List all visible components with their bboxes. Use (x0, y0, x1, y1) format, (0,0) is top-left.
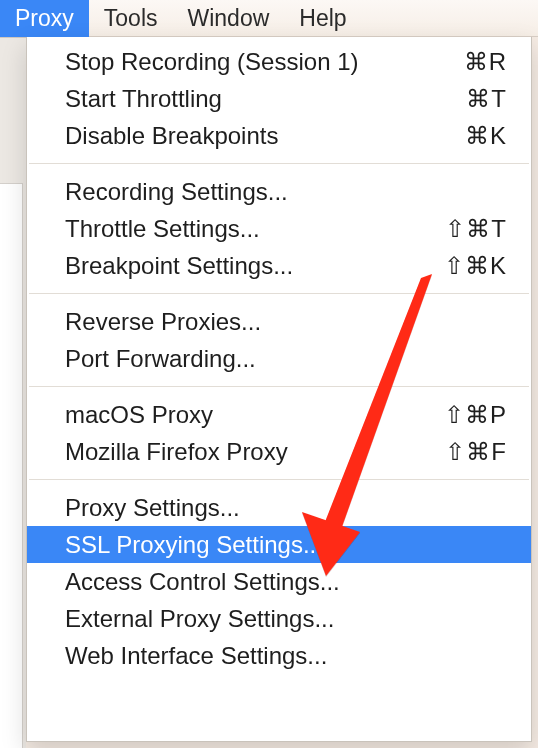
menu-item-macos-proxy[interactable]: macOS Proxy ⇧⌘P (27, 396, 531, 433)
menu-item-label: Recording Settings... (65, 178, 495, 206)
menu-item-label: Web Interface Settings... (65, 642, 495, 670)
proxy-menu: Stop Recording (Session 1) ⌘R Start Thro… (26, 37, 532, 742)
menu-item-ssl-proxying-settings[interactable]: SSL Proxying Settings... (27, 526, 531, 563)
menubar-label: Tools (104, 5, 158, 32)
menubar-label: Window (188, 5, 270, 32)
menubar: Proxy Tools Window Help (0, 0, 538, 37)
menubar-item-window[interactable]: Window (173, 0, 285, 37)
menu-item-port-forwarding[interactable]: Port Forwarding... (27, 340, 531, 377)
menu-item-web-interface-settings[interactable]: Web Interface Settings... (27, 637, 531, 674)
menu-item-label: Proxy Settings... (65, 494, 495, 522)
menu-item-stop-recording[interactable]: Stop Recording (Session 1) ⌘R (27, 43, 531, 80)
menu-item-recording-settings[interactable]: Recording Settings... (27, 173, 531, 210)
menu-item-label: Stop Recording (Session 1) (65, 48, 452, 76)
menu-item-label: Port Forwarding... (65, 345, 495, 373)
background-window-content (0, 183, 23, 748)
app-root: Proxy Tools Window Help Stop Recording (… (0, 0, 538, 748)
menubar-label: Proxy (15, 5, 74, 32)
menu-separator (29, 386, 529, 387)
menu-separator (29, 293, 529, 294)
menu-item-disable-breakpoints[interactable]: Disable Breakpoints ⌘K (27, 117, 531, 154)
menu-item-label: Reverse Proxies... (65, 308, 495, 336)
menu-item-label: Access Control Settings... (65, 568, 495, 596)
menubar-item-help[interactable]: Help (284, 0, 361, 37)
menu-separator (29, 479, 529, 480)
menu-item-label: Disable Breakpoints (65, 122, 453, 150)
menu-item-shortcut: ⌘T (466, 85, 507, 113)
menu-item-label: macOS Proxy (65, 401, 432, 429)
menu-item-shortcut: ⌘R (464, 48, 507, 76)
menu-item-throttle-settings[interactable]: Throttle Settings... ⇧⌘T (27, 210, 531, 247)
menu-item-shortcut: ⇧⌘F (445, 438, 507, 466)
menu-item-proxy-settings[interactable]: Proxy Settings... (27, 489, 531, 526)
menu-item-label: Start Throttling (65, 85, 454, 113)
menu-item-access-control-settings[interactable]: Access Control Settings... (27, 563, 531, 600)
background-window (0, 37, 26, 748)
menu-item-firefox-proxy[interactable]: Mozilla Firefox Proxy ⇧⌘F (27, 433, 531, 470)
menu-item-reverse-proxies[interactable]: Reverse Proxies... (27, 303, 531, 340)
menubar-item-tools[interactable]: Tools (89, 0, 173, 37)
menu-item-label: External Proxy Settings... (65, 605, 495, 633)
menu-item-shortcut: ⇧⌘P (444, 401, 507, 429)
menu-item-label: Throttle Settings... (65, 215, 433, 243)
menu-separator (29, 163, 529, 164)
menu-item-label: SSL Proxying Settings... (65, 531, 495, 559)
menu-item-shortcut: ⇧⌘K (444, 252, 507, 280)
menu-item-label: Breakpoint Settings... (65, 252, 432, 280)
menu-item-label: Mozilla Firefox Proxy (65, 438, 433, 466)
menu-item-start-throttling[interactable]: Start Throttling ⌘T (27, 80, 531, 117)
menu-item-external-proxy-settings[interactable]: External Proxy Settings... (27, 600, 531, 637)
menubar-label: Help (299, 5, 346, 32)
menu-item-shortcut: ⇧⌘T (445, 215, 507, 243)
menu-item-shortcut: ⌘K (465, 122, 507, 150)
menu-item-breakpoint-settings[interactable]: Breakpoint Settings... ⇧⌘K (27, 247, 531, 284)
menubar-item-proxy[interactable]: Proxy (0, 0, 89, 37)
